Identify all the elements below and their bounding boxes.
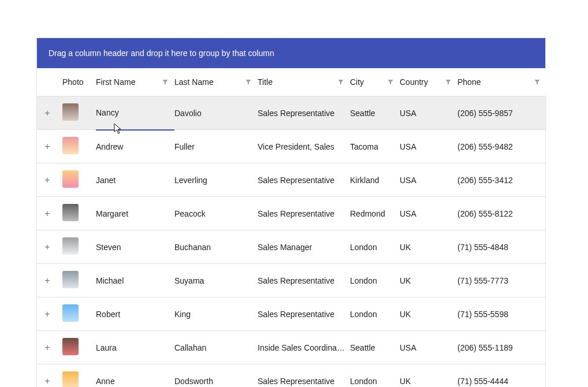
avatar xyxy=(62,103,79,121)
cell-first-name: Michael xyxy=(96,264,174,297)
table-row[interactable]: +LauraCallahanInside Sales CoordinatorSe… xyxy=(37,331,546,364)
cell-phone: (71) 555-4848 xyxy=(457,230,546,264)
column-header-label: City xyxy=(350,77,364,87)
cell-city: London xyxy=(350,264,400,297)
cell-city: London xyxy=(350,364,400,388)
cell-phone: (206) 555-3412 xyxy=(457,163,546,197)
expand-row-button[interactable]: + xyxy=(37,96,62,130)
cell-country: UK xyxy=(400,364,457,388)
cell-country: USA xyxy=(400,163,457,197)
cell-last-name: Leverling xyxy=(174,163,258,197)
cell-first-name: Nancy xyxy=(96,96,174,130)
expand-row-button[interactable]: + xyxy=(37,130,62,163)
column-header-label: Phone xyxy=(457,77,481,87)
employees-table: Photo First Name Last Name Title xyxy=(37,68,546,387)
cell-country: UK xyxy=(400,297,457,331)
cell-first-name: Steven xyxy=(96,230,174,264)
cell-last-name: Davolio xyxy=(174,96,258,130)
cell-last-name: Buchanan xyxy=(174,230,258,264)
cell-phone: (71) 555-7773 xyxy=(457,264,546,297)
column-header-first-name[interactable]: First Name xyxy=(96,68,174,96)
cell-city: Tacoma xyxy=(350,130,400,163)
cell-last-name: Dodsworth xyxy=(174,364,258,388)
table-row[interactable]: +RobertKingSales RepresentativeLondonUK(… xyxy=(37,297,546,331)
filter-icon[interactable] xyxy=(387,79,394,85)
avatar xyxy=(62,137,79,154)
cell-title: Sales Manager xyxy=(258,230,350,264)
column-header-city[interactable]: City xyxy=(350,68,400,96)
cell-first-name: Laura xyxy=(96,331,174,364)
avatar xyxy=(62,371,79,387)
avatar xyxy=(62,338,79,355)
cell-title: Sales Representative xyxy=(258,96,350,130)
cell-photo xyxy=(62,364,96,388)
column-header-country[interactable]: Country xyxy=(400,68,457,96)
cell-title: Sales Representative xyxy=(258,297,350,331)
expand-row-button[interactable]: + xyxy=(37,264,62,297)
avatar xyxy=(62,237,79,255)
cell-phone: (206) 555-1189 xyxy=(457,331,546,364)
table-row[interactable]: +MargaretPeacockSales RepresentativeRedm… xyxy=(37,197,546,230)
cell-country: UK xyxy=(400,264,457,297)
column-header-label: Title xyxy=(258,77,273,87)
filter-icon[interactable] xyxy=(337,79,344,85)
column-header-label: Country xyxy=(400,77,428,87)
cell-first-name: Margaret xyxy=(96,197,174,230)
cell-phone: (206) 555-9482 xyxy=(457,130,546,163)
cell-first-name: Andrew xyxy=(96,130,174,163)
expand-row-button[interactable]: + xyxy=(37,364,62,388)
cell-city: Seattle xyxy=(350,331,400,364)
cell-last-name: Fuller xyxy=(174,130,258,163)
column-header-last-name[interactable]: Last Name xyxy=(174,68,258,96)
cell-phone: (206) 555-8122 xyxy=(457,197,546,230)
cell-city: London xyxy=(350,230,400,264)
table-row[interactable]: +StevenBuchananSales ManagerLondonUK(71)… xyxy=(37,230,546,264)
table-row[interactable]: +MichaelSuyamaSales RepresentativeLondon… xyxy=(37,264,546,297)
expand-row-button[interactable]: + xyxy=(37,331,62,364)
cell-first-name: Robert xyxy=(96,297,174,331)
cell-photo xyxy=(62,96,96,130)
cell-title: Sales Representative xyxy=(258,264,350,297)
expand-row-button[interactable]: + xyxy=(37,230,62,264)
cell-photo xyxy=(62,331,96,364)
avatar xyxy=(62,271,79,288)
cell-last-name: King xyxy=(174,297,258,331)
cell-photo xyxy=(62,264,96,297)
cell-photo xyxy=(62,230,96,264)
filter-icon[interactable] xyxy=(445,79,452,85)
cell-phone: (71) 555-4444 xyxy=(457,364,546,388)
cell-city: Seattle xyxy=(350,96,400,130)
expand-row-button[interactable]: + xyxy=(37,297,62,331)
cell-title: Vice President, Sales xyxy=(258,130,350,163)
cell-city: London xyxy=(350,297,400,331)
cell-country: USA xyxy=(400,96,457,130)
table-row[interactable]: +AndrewFullerVice President, SalesTacoma… xyxy=(37,130,546,163)
table-row[interactable]: +AnneDodsworthSales RepresentativeLondon… xyxy=(37,364,546,388)
filter-icon[interactable] xyxy=(534,79,541,85)
grouping-drop-bar[interactable]: Drag a column header and drop it here to… xyxy=(37,38,545,68)
cell-title: Sales Representative xyxy=(258,197,350,230)
column-header-phone[interactable]: Phone xyxy=(457,68,546,96)
column-header-title[interactable]: Title xyxy=(258,68,350,96)
filter-icon[interactable] xyxy=(162,79,169,85)
cell-country: USA xyxy=(400,331,457,364)
cell-photo xyxy=(62,297,96,331)
cell-phone: (71) 555-5598 xyxy=(457,297,546,331)
filter-icon[interactable] xyxy=(245,79,252,85)
cell-photo xyxy=(62,163,96,197)
expand-row-button[interactable]: + xyxy=(37,197,62,230)
column-header-expand xyxy=(37,68,62,96)
column-header-photo[interactable]: Photo xyxy=(62,68,96,96)
cell-last-name: Suyama xyxy=(174,264,258,297)
avatar xyxy=(62,170,79,188)
cell-first-name: Janet xyxy=(96,163,174,197)
data-grid: Drag a column header and drop it here to… xyxy=(36,38,546,387)
table-row[interactable]: +NancyDavolioSales RepresentativeSeattle… xyxy=(37,96,546,130)
cell-phone: (206) 555-9857 xyxy=(457,96,546,130)
cell-city: Redmond xyxy=(350,197,400,230)
cell-title: Sales Representative xyxy=(258,364,350,388)
cell-title: Sales Representative xyxy=(258,163,350,197)
expand-row-button[interactable]: + xyxy=(37,163,62,197)
cell-photo xyxy=(62,197,96,230)
table-row[interactable]: +JanetLeverlingSales RepresentativeKirkl… xyxy=(37,163,546,197)
